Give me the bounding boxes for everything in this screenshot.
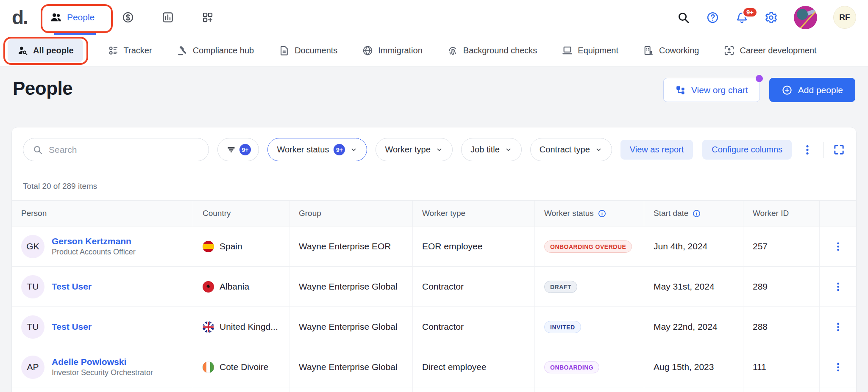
- search-box[interactable]: [23, 138, 209, 161]
- nav-item-apps[interactable]: [201, 11, 214, 24]
- active-nav-underline: [54, 32, 96, 35]
- column-header[interactable]: Worker status: [535, 201, 644, 226]
- sub-nav-item-background-checks[interactable]: Background checks: [447, 45, 537, 56]
- filter-dropdown-label: Job title: [470, 145, 500, 155]
- filter-dropdown-worker-status[interactable]: Worker status 9+: [267, 138, 367, 161]
- person-cell: GK Gerson Kertzmann Product Accounts Off…: [12, 226, 193, 266]
- worker-id-cell: 288: [743, 307, 820, 347]
- row-kebab-icon[interactable]: [832, 321, 844, 333]
- column-header-label: Worker ID: [753, 209, 789, 218]
- sub-nav: All people Tracker Compliance hub Docume…: [0, 35, 868, 67]
- row-actions-cell: [820, 226, 856, 266]
- worker-id-cell: 289: [743, 267, 820, 306]
- laptop-icon: [562, 45, 573, 56]
- table-row[interactable]: AP Adelle Powlowski Investor Security Or…: [12, 347, 856, 387]
- deel-logo[interactable]: d.: [12, 8, 28, 27]
- info-icon[interactable]: [598, 209, 606, 218]
- people-icon: [50, 11, 62, 24]
- filter-dropdown-contract-type[interactable]: Contract type: [530, 138, 612, 161]
- sub-nav-item-all-people[interactable]: All people: [8, 39, 83, 62]
- view-org-chart-button[interactable]: View org chart: [663, 78, 760, 102]
- row-actions-cell: [820, 307, 856, 347]
- column-header[interactable]: Group: [289, 201, 413, 226]
- person-name-link[interactable]: Gerson Kertzmann: [52, 235, 136, 247]
- more-options-kebab-icon[interactable]: [801, 144, 814, 156]
- new-feature-dot: [756, 75, 763, 82]
- avatar: AP: [21, 356, 45, 379]
- sub-nav-item-label: All people: [33, 46, 74, 55]
- sub-nav-item-label: Immigration: [378, 46, 422, 55]
- sub-nav-item-documents[interactable]: Documents: [278, 45, 337, 56]
- search-input[interactable]: [49, 145, 199, 155]
- column-header[interactable]: Country: [193, 201, 289, 226]
- info-icon[interactable]: [692, 209, 701, 218]
- filter-dropdown-job-title[interactable]: Job title: [461, 138, 522, 161]
- worker-type-cell: Contractor: [413, 307, 535, 347]
- filter-dropdown-badge: 9+: [334, 144, 345, 155]
- start-date-cell: Aug 15th, 2023: [644, 347, 743, 387]
- status-badge: DRAFT: [544, 281, 577, 293]
- filter-pills: Worker status 9+ Worker type Job title C…: [267, 138, 612, 161]
- column-header[interactable]: Worker type: [413, 201, 535, 226]
- configure-columns-button[interactable]: Configure columns: [702, 140, 792, 160]
- nav-item-analytics[interactable]: [161, 11, 174, 24]
- worker-type-cell: Contractor: [413, 267, 535, 306]
- nav-item-payments[interactable]: [122, 11, 134, 24]
- filters-button[interactable]: 9+: [217, 138, 259, 161]
- table-row[interactable]: TU Test User United Kingd... Wayne Enter…: [12, 307, 856, 347]
- org-avatar[interactable]: [794, 6, 817, 29]
- user-avatar[interactable]: RF: [833, 6, 856, 29]
- add-people-button[interactable]: Add people: [769, 78, 855, 102]
- help-icon[interactable]: [706, 11, 719, 24]
- sub-nav-item-compliance-hub[interactable]: Compliance hub: [177, 45, 254, 56]
- person-name-link[interactable]: Test User: [52, 281, 92, 293]
- view-as-report-button[interactable]: View as report: [620, 140, 693, 160]
- avatar: GK: [21, 235, 45, 258]
- plus-circle-icon: [782, 85, 793, 96]
- page-header: People View org chart Add people: [0, 67, 868, 127]
- column-header-label: Person: [21, 209, 47, 218]
- row-kebab-icon[interactable]: [832, 362, 844, 373]
- worker-status-cell: ONBOARDING: [535, 347, 644, 387]
- worker-status-cell: INVITED: [535, 307, 644, 347]
- chevron-down-icon: [350, 146, 358, 154]
- settings-gear-icon[interactable]: [765, 11, 778, 24]
- column-header[interactable]: [820, 201, 856, 226]
- person-job-title: Investor Security Orchestrator: [52, 368, 153, 378]
- sub-nav-item-career-development[interactable]: Career development: [723, 45, 816, 56]
- column-header[interactable]: Start date: [644, 201, 743, 226]
- nav-item-people[interactable]: People: [50, 11, 95, 24]
- sub-nav-item-label: Coworking: [659, 46, 699, 55]
- status-badge: ONBOARDING OVERDUE: [544, 240, 632, 253]
- worker-id-cell: 257: [743, 226, 820, 266]
- row-kebab-icon[interactable]: [832, 241, 844, 252]
- person-name-link[interactable]: Test User: [52, 321, 92, 333]
- person-name-link[interactable]: Adelle Powlowski: [52, 356, 153, 368]
- person-cell: AP Adelle Powlowski Investor Security Or…: [12, 347, 193, 387]
- primary-nav: People: [50, 11, 241, 24]
- worker-id-cell: 111: [743, 347, 820, 387]
- notifications-badge: 9+: [742, 7, 758, 18]
- search-icon[interactable]: [677, 11, 690, 24]
- page-header-actions: View org chart Add people: [663, 78, 855, 102]
- notifications-bell-icon[interactable]: 9+: [735, 11, 748, 24]
- worker-type-cell: EOR employee: [413, 226, 535, 266]
- fullscreen-icon[interactable]: [833, 144, 845, 156]
- country-cell: Cote Divoire: [193, 347, 289, 387]
- country-flag-icon: [203, 362, 214, 373]
- column-header[interactable]: Person: [12, 201, 193, 226]
- sub-nav-item-immigration[interactable]: Immigration: [362, 45, 422, 56]
- table-row[interactable]: TU Test User Albania Wayne Enterprise Gl…: [12, 267, 856, 307]
- country-flag-icon: [203, 241, 214, 252]
- row-kebab-icon[interactable]: [832, 281, 844, 293]
- chevron-down-icon: [504, 146, 512, 154]
- sub-nav-item-coworking[interactable]: Coworking: [643, 45, 699, 56]
- top-nav-right: 9+ RF: [677, 6, 856, 29]
- filter-dropdown-worker-type[interactable]: Worker type: [376, 138, 452, 161]
- column-header[interactable]: Worker ID: [743, 201, 820, 226]
- worker-status-cell: ONBOARDING OVERDUE: [535, 226, 644, 266]
- sub-nav-item-tracker[interactable]: Tracker: [108, 45, 152, 56]
- table-row[interactable]: GK Gerson Kertzmann Product Accounts Off…: [12, 226, 856, 267]
- sub-nav-item-label: Documents: [295, 46, 337, 55]
- sub-nav-item-equipment[interactable]: Equipment: [562, 45, 618, 56]
